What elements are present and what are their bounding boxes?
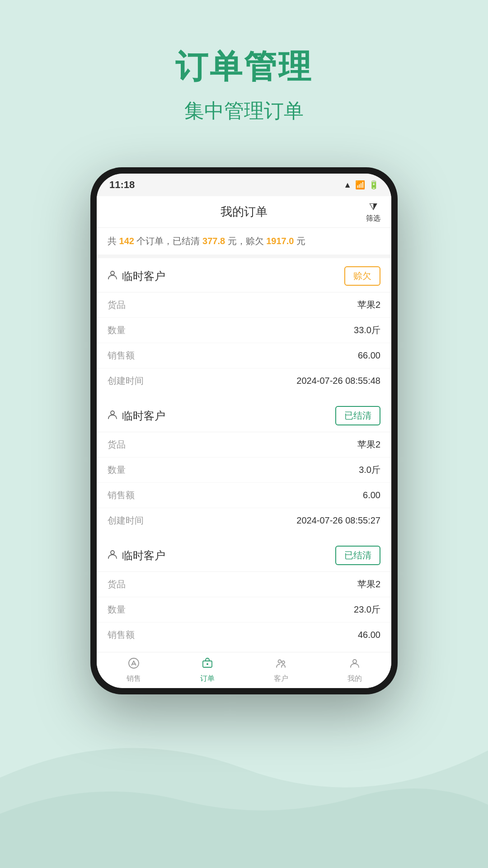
svg-point-9 (353, 660, 357, 663)
svg-point-3 (129, 658, 139, 668)
order-row-time-2: 创建时间 2024-07-26 08:55:27 (97, 508, 391, 533)
nav-item-sales[interactable]: 销售 (97, 657, 170, 684)
customer-name-3: 临时客户 (122, 548, 165, 563)
order-row-goods-1: 货品 苹果2 (97, 292, 391, 318)
summary-arrears-amount: 1917.0 (266, 236, 294, 246)
order-value-sales-2: 6.00 (363, 490, 380, 500)
order-value-sales-1: 66.00 (358, 350, 380, 361)
svg-point-8 (282, 661, 285, 664)
order-label-goods-1: 货品 (108, 299, 126, 311)
summary-mid1: 个订单，已结清 (134, 236, 202, 246)
filter-button[interactable]: ⧩ 筛选 (366, 201, 380, 223)
status-icons: ▲ 📶 🔋 (343, 180, 379, 190)
summary-prefix: 共 (108, 236, 119, 246)
status-bar: 11:18 ▲ 📶 🔋 (97, 174, 391, 196)
nav-item-orders[interactable]: 订单 (170, 657, 244, 684)
customer-name-1: 临时客户 (122, 269, 165, 283)
order-label-time-2: 创建时间 (108, 514, 144, 527)
order-value-qty-1: 33.0斤 (354, 324, 380, 336)
order-value-goods-3: 苹果2 (357, 578, 380, 590)
order-card-1[interactable]: 临时客户 赊欠 货品 苹果2 数量 33.0斤 销售额 66.00 (97, 258, 391, 393)
order-row-qty-1: 数量 33.0斤 (97, 318, 391, 343)
filter-label: 筛选 (366, 213, 380, 223)
sales-icon (128, 657, 140, 672)
order-row-goods-2: 货品 苹果2 (97, 432, 391, 458)
mine-icon (349, 657, 361, 672)
status-time: 11:18 (109, 179, 135, 191)
order-label-qty-1: 数量 (108, 324, 126, 336)
summary-suffix: 元 (294, 236, 305, 246)
orders-icon (202, 657, 213, 672)
order-label-goods-2: 货品 (108, 439, 126, 451)
nav-item-mine[interactable]: 我的 (318, 657, 391, 684)
order-row-time-1: 创建时间 2024-07-26 08:55:48 (97, 368, 391, 393)
order-value-time-2: 2024-07-26 08:55:27 (296, 515, 380, 526)
nav-label-orders: 订单 (200, 674, 215, 684)
summary-bar: 共 142 个订单，已结清 377.8 元，赊欠 1917.0 元 (97, 228, 391, 258)
order-card-header-2: 临时客户 已结清 (97, 398, 391, 432)
battery-icon: 🔋 (369, 180, 379, 190)
order-row-sales-1: 销售额 66.00 (97, 343, 391, 368)
nav-label-mine: 我的 (347, 674, 362, 684)
order-label-goods-3: 货品 (108, 578, 126, 590)
status-badge-3: 已结清 (335, 546, 380, 565)
status-badge-1: 赊欠 (344, 266, 380, 286)
customer-icon-2 (108, 410, 117, 422)
bottom-nav: 销售 订单 (97, 652, 391, 688)
svg-point-0 (111, 271, 114, 275)
order-label-sales-1: 销售额 (108, 349, 135, 362)
wifi-icon: ▲ (343, 180, 352, 190)
orders-list: 临时客户 赊欠 货品 苹果2 数量 33.0斤 销售额 66.00 (97, 258, 391, 652)
filter-icon: ⧩ (369, 201, 377, 212)
status-badge-2: 已结清 (335, 406, 380, 425)
order-label-qty-2: 数量 (108, 464, 126, 476)
customer-name-2: 临时客户 (122, 409, 165, 423)
svg-point-6 (206, 663, 208, 665)
nav-label-customers: 客户 (274, 674, 288, 684)
summary-order-count: 142 (119, 236, 134, 246)
order-value-sales-3: 46.00 (358, 630, 380, 640)
order-card-2[interactable]: 临时客户 已结清 货品 苹果2 数量 3.0斤 销售额 6.00 (97, 398, 391, 533)
customer-info-3: 临时客户 (108, 548, 165, 563)
order-row-qty-3: 数量 23.0斤 (97, 597, 391, 623)
page-title: 订单管理 (0, 45, 488, 89)
order-row-sales-2: 销售额 6.00 (97, 483, 391, 508)
svg-point-7 (278, 660, 281, 663)
app-header-title: 我的订单 (221, 204, 267, 220)
order-row-qty-2: 数量 3.0斤 (97, 458, 391, 483)
order-value-goods-1: 苹果2 (357, 299, 380, 311)
page-subtitle: 集中管理订单 (0, 98, 488, 124)
customers-icon (275, 657, 287, 672)
order-value-goods-2: 苹果2 (357, 439, 380, 451)
order-value-qty-3: 23.0斤 (354, 604, 380, 616)
order-card-header-1: 临时客户 赊欠 (97, 258, 391, 292)
customer-info-1: 临时客户 (108, 269, 165, 283)
order-card-header-3: 临时客户 已结清 (97, 538, 391, 572)
order-label-time-1: 创建时间 (108, 375, 144, 387)
signal-icon: 📶 (355, 180, 365, 190)
svg-point-2 (111, 551, 114, 554)
phone-mockup: 11:18 ▲ 📶 🔋 我的订单 ⧩ 筛选 共 142 个订单，已结清 377.… (90, 167, 398, 694)
order-label-sales-2: 销售额 (108, 489, 135, 501)
order-label-qty-3: 数量 (108, 604, 126, 616)
order-row-sales-3: 销售额 46.00 (97, 623, 391, 647)
app-header: 我的订单 ⧩ 筛选 (97, 196, 391, 228)
order-value-qty-2: 3.0斤 (359, 464, 380, 476)
customer-info-2: 临时客户 (108, 409, 165, 423)
svg-point-1 (111, 411, 114, 415)
nav-label-sales: 销售 (127, 674, 141, 684)
order-row-goods-3: 货品 苹果2 (97, 572, 391, 597)
customer-icon-3 (108, 549, 117, 562)
nav-item-customers[interactable]: 客户 (244, 657, 318, 684)
summary-mid2: 元，赊欠 (225, 236, 266, 246)
order-value-time-1: 2024-07-26 08:55:48 (296, 376, 380, 386)
order-card-3[interactable]: 临时客户 已结清 货品 苹果2 数量 23.0斤 销售额 46.00 (97, 538, 391, 647)
order-label-sales-3: 销售额 (108, 629, 135, 641)
customer-icon-1 (108, 270, 117, 283)
summary-settled-amount: 377.8 (202, 236, 225, 246)
